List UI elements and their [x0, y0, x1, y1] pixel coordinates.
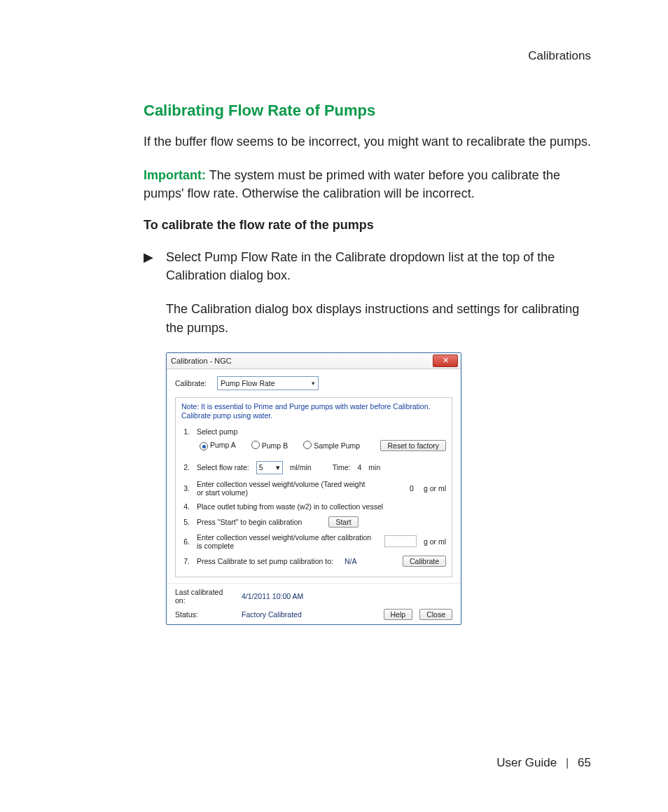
step-label: Enter collection vessel weight/volume (T…	[197, 480, 373, 497]
status-value: Factory Calibrated	[242, 610, 302, 619]
sample-pump-option[interactable]: Sample Pump	[303, 441, 360, 450]
sample-pump-label: Sample Pump	[314, 441, 360, 450]
calibration-dialog: Calibration - NGC ✕ Calibrate: Pump Flow…	[166, 352, 461, 625]
dialog-titlebar: Calibration - NGC ✕	[167, 353, 461, 369]
status-label: Status:	[175, 610, 235, 619]
page-footer: User Guide | 65	[496, 756, 591, 770]
section-title: Calibrating Flow Rate of Pumps	[144, 102, 591, 120]
help-button[interactable]: Help	[384, 609, 413, 620]
reset-to-factory-button[interactable]: Reset to factory	[380, 440, 446, 451]
calibrate-dropdown-value: Pump Flow Rate	[221, 379, 275, 387]
step-number: 6.	[181, 537, 190, 546]
radio-icon	[251, 441, 260, 449]
dialog-title: Calibration - NGC	[171, 357, 232, 365]
flow-rate-dropdown[interactable]: 5 ▾	[256, 461, 283, 474]
panel-note: Note: It is essential to Prime and Purge…	[181, 402, 446, 420]
radio-selected-icon	[200, 442, 208, 450]
pump-a-label: Pump A	[210, 441, 236, 449]
step-label: Enter collection vessel weight/volume af…	[197, 533, 377, 550]
important-text: The system must be primed with water bef…	[144, 168, 560, 200]
time-label: Time:	[333, 463, 351, 472]
close-button[interactable]: ✕	[433, 355, 458, 367]
flow-rate-value: 5	[259, 463, 263, 472]
last-calibrated-label: Last calibrated on:	[175, 588, 235, 605]
step-label: Place outlet tubing from waste (w2) in t…	[197, 502, 446, 511]
start-button[interactable]: Start	[328, 516, 358, 528]
step-number: 5.	[181, 518, 190, 526]
intro-paragraph: If the buffer flow seems to be incorrect…	[144, 132, 591, 151]
footer-guide: User Guide	[496, 756, 557, 769]
calibrate-button[interactable]: Calibrate	[403, 556, 446, 567]
bullet-triangle-icon: ▶	[144, 248, 156, 284]
calibration-panel: Note: It is essential to Prime and Purge…	[175, 397, 452, 577]
unit-label: g or ml	[424, 537, 446, 546]
calibrate-field-label: Calibrate:	[175, 379, 211, 387]
chevron-down-icon: ▾	[276, 463, 280, 472]
footer-separator: |	[566, 756, 569, 769]
radio-icon	[303, 441, 312, 449]
page-number: 65	[578, 756, 591, 769]
step-label: Select flow rate:	[197, 463, 249, 472]
step-text: Select Pump Flow Rate in the Calibrate d…	[166, 248, 591, 284]
pump-b-label: Pump B	[262, 441, 288, 450]
procedure-title: To calibrate the flow rate of the pumps	[144, 218, 591, 233]
calibration-target-value: N/A	[345, 557, 357, 565]
calibrate-dropdown[interactable]: Pump Flow Rate ▾	[217, 376, 319, 390]
procedure-step: ▶ Select Pump Flow Rate in the Calibrate…	[144, 248, 591, 284]
chevron-down-icon: ▾	[312, 380, 315, 387]
pump-a-option[interactable]: Pump A	[200, 441, 236, 451]
chapter-header: Calibrations	[144, 49, 591, 63]
vessel-weight-value: 0	[380, 484, 417, 493]
step-followup: The Calibration dialog box displays inst…	[166, 300, 591, 336]
step-label: Press "Start" to begin calibration	[197, 518, 302, 526]
flow-rate-unit: ml/min	[290, 463, 312, 472]
step-number: 3.	[181, 484, 190, 493]
pump-b-option[interactable]: Pump B	[251, 441, 288, 450]
time-unit: min	[368, 463, 380, 472]
post-weight-input[interactable]	[384, 535, 417, 547]
step-number: 7.	[181, 557, 190, 565]
close-dialog-button[interactable]: Close	[419, 609, 452, 620]
time-value: 4	[358, 463, 362, 472]
step-number: 1.	[181, 427, 190, 436]
step-label: Select pump	[197, 427, 446, 436]
unit-label: g or ml	[424, 484, 446, 493]
step-number: 2.	[181, 463, 190, 472]
important-label: Important:	[144, 168, 206, 182]
step-label: Press Calibrate to set pump calibration …	[197, 557, 333, 565]
step-number: 4.	[181, 502, 190, 511]
last-calibrated-value: 4/1/2011 10:00 AM	[242, 592, 303, 600]
important-paragraph: Important: The system must be primed wit…	[144, 166, 591, 202]
